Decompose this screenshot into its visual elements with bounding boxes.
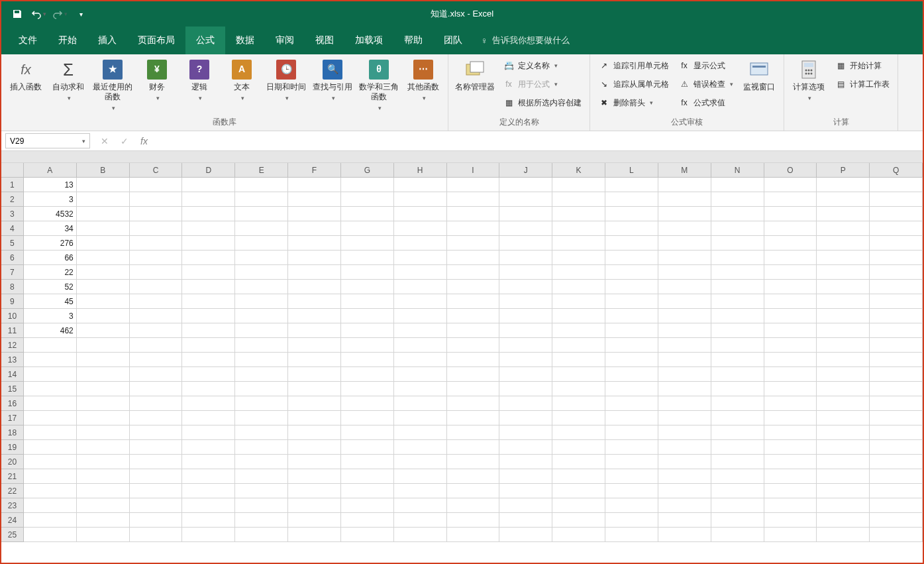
cell-M16[interactable]: [658, 396, 711, 411]
row-header-13[interactable]: 13: [1, 353, 24, 367]
cell-K3[interactable]: [552, 207, 605, 221]
row-header-11[interactable]: 11: [1, 323, 24, 338]
cell-N1[interactable]: [711, 178, 764, 192]
cell-M13[interactable]: [658, 353, 711, 367]
cell-Q23[interactable]: [870, 498, 923, 513]
cell-B10[interactable]: [77, 309, 130, 323]
cell-K9[interactable]: [552, 294, 605, 309]
define-name-button[interactable]: 📇定义名称▾: [500, 57, 584, 74]
cell-G8[interactable]: [341, 280, 394, 294]
cell-O9[interactable]: [764, 294, 817, 309]
cell-K5[interactable]: [552, 236, 605, 251]
cell-B6[interactable]: [77, 251, 130, 265]
cell-H17[interactable]: [394, 411, 447, 425]
cell-B22[interactable]: [77, 484, 130, 498]
cell-I20[interactable]: [447, 455, 500, 469]
row-header-19[interactable]: 19: [1, 440, 24, 455]
cell-M18[interactable]: [658, 425, 711, 440]
cell-P16[interactable]: [817, 396, 870, 411]
cell-G22[interactable]: [341, 484, 394, 498]
cell-L3[interactable]: [605, 207, 658, 221]
cell-N15[interactable]: [711, 382, 764, 396]
autosum-button[interactable]: Σ自动求和▾: [49, 57, 87, 102]
cell-J25[interactable]: [499, 528, 552, 542]
cell-J22[interactable]: [499, 484, 552, 498]
cell-B18[interactable]: [77, 425, 130, 440]
cell-O8[interactable]: [764, 280, 817, 294]
cell-G16[interactable]: [341, 396, 394, 411]
cell-G24[interactable]: [341, 513, 394, 528]
cell-F1[interactable]: [288, 178, 341, 192]
cell-N3[interactable]: [711, 207, 764, 221]
cell-B15[interactable]: [77, 382, 130, 396]
cell-L9[interactable]: [605, 294, 658, 309]
cell-M4[interactable]: [658, 221, 711, 236]
cell-Q1[interactable]: [870, 178, 923, 192]
cell-F7[interactable]: [288, 265, 341, 280]
tab-文件[interactable]: 文件: [8, 27, 48, 54]
tab-插入[interactable]: 插入: [87, 27, 127, 54]
cell-L23[interactable]: [605, 498, 658, 513]
cell-E3[interactable]: [235, 207, 288, 221]
cell-A1[interactable]: 13: [24, 178, 77, 192]
cell-C12[interactable]: [130, 338, 183, 353]
cell-O15[interactable]: [764, 382, 817, 396]
cell-C13[interactable]: [130, 353, 183, 367]
name-mgr-button[interactable]: 名称管理器: [454, 57, 496, 92]
cell-N24[interactable]: [711, 513, 764, 528]
cell-G7[interactable]: [341, 265, 394, 280]
cell-L8[interactable]: [605, 280, 658, 294]
cell-A25[interactable]: [24, 528, 77, 542]
cell-L15[interactable]: [605, 382, 658, 396]
row-header-3[interactable]: 3: [1, 207, 24, 221]
cell-F14[interactable]: [288, 367, 341, 382]
cell-I3[interactable]: [447, 207, 500, 221]
cell-O21[interactable]: [764, 469, 817, 484]
cell-D6[interactable]: [182, 251, 235, 265]
cell-C24[interactable]: [130, 513, 183, 528]
cell-M15[interactable]: [658, 382, 711, 396]
cell-D14[interactable]: [182, 367, 235, 382]
cell-L11[interactable]: [605, 323, 658, 338]
cell-J3[interactable]: [499, 207, 552, 221]
cell-D25[interactable]: [182, 528, 235, 542]
row-header-25[interactable]: 25: [1, 528, 24, 542]
cell-I21[interactable]: [447, 469, 500, 484]
cell-H3[interactable]: [394, 207, 447, 221]
cell-L10[interactable]: [605, 309, 658, 323]
row-header-16[interactable]: 16: [1, 396, 24, 411]
cell-K4[interactable]: [552, 221, 605, 236]
cell-D2[interactable]: [182, 192, 235, 207]
row-header-14[interactable]: 14: [1, 367, 24, 382]
col-header-H[interactable]: H: [394, 163, 447, 177]
cell-H11[interactable]: [394, 323, 447, 338]
col-header-N[interactable]: N: [711, 163, 764, 177]
cell-F23[interactable]: [288, 498, 341, 513]
cell-Q4[interactable]: [870, 221, 923, 236]
cell-L25[interactable]: [605, 528, 658, 542]
cell-N19[interactable]: [711, 440, 764, 455]
cell-B8[interactable]: [77, 280, 130, 294]
cell-N25[interactable]: [711, 528, 764, 542]
cell-A18[interactable]: [24, 425, 77, 440]
cell-P1[interactable]: [817, 178, 870, 192]
row-header-18[interactable]: 18: [1, 425, 24, 440]
cell-A12[interactable]: [24, 338, 77, 353]
cell-D7[interactable]: [182, 265, 235, 280]
cell-F17[interactable]: [288, 411, 341, 425]
cell-A21[interactable]: [24, 469, 77, 484]
row-header-12[interactable]: 12: [1, 338, 24, 353]
cell-E13[interactable]: [235, 353, 288, 367]
cell-J21[interactable]: [499, 469, 552, 484]
cell-I19[interactable]: [447, 440, 500, 455]
cell-D24[interactable]: [182, 513, 235, 528]
cell-F6[interactable]: [288, 251, 341, 265]
cell-Q11[interactable]: [870, 323, 923, 338]
cell-M9[interactable]: [658, 294, 711, 309]
cell-I7[interactable]: [447, 265, 500, 280]
col-header-O[interactable]: O: [764, 163, 817, 177]
col-header-K[interactable]: K: [552, 163, 605, 177]
cell-K6[interactable]: [552, 251, 605, 265]
cell-L6[interactable]: [605, 251, 658, 265]
tab-帮助[interactable]: 帮助: [393, 27, 433, 54]
